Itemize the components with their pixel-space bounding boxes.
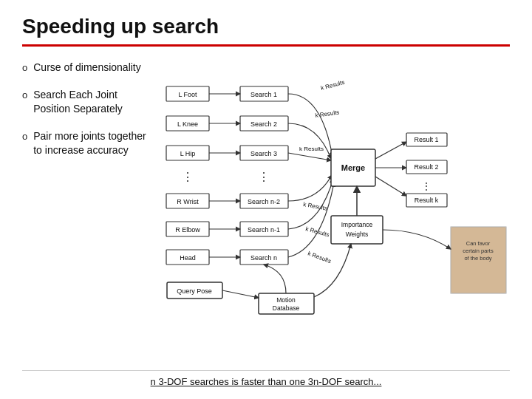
bullet-text-3: Pair more joints together to increase ac… bbox=[33, 129, 155, 157]
svg-text:Search n-2: Search n-2 bbox=[248, 198, 280, 205]
svg-text:Result 2: Result 2 bbox=[414, 163, 438, 171]
bullet-text-1: Curse of dimensionality bbox=[33, 61, 141, 75]
svg-text:Search 2: Search 2 bbox=[250, 120, 277, 128]
svg-text:Query Pose: Query Pose bbox=[177, 287, 212, 295]
bullet-icon-1: o bbox=[22, 62, 27, 73]
svg-text:Search n-1: Search n-1 bbox=[248, 226, 280, 233]
svg-text:Merge: Merge bbox=[341, 163, 365, 172]
page-title: Speeding up search bbox=[22, 15, 219, 38]
svg-text:k Results: k Results bbox=[315, 109, 340, 118]
svg-line-46 bbox=[375, 142, 406, 159]
svg-text:Result 1: Result 1 bbox=[414, 136, 438, 143]
bullet-item-3: o Pair more joints together to increase … bbox=[22, 129, 155, 157]
svg-text:Search 1: Search 1 bbox=[250, 91, 277, 98]
content-area: o Curse of dimensionality o Search Each … bbox=[22, 57, 510, 366]
svg-text:L Knee: L Knee bbox=[177, 120, 198, 128]
svg-text:Motion: Motion bbox=[276, 296, 296, 304]
svg-text:Search 3: Search 3 bbox=[250, 150, 277, 157]
svg-text:k Results: k Results bbox=[299, 146, 324, 152]
svg-text:k Results: k Results bbox=[320, 79, 345, 92]
bullet-text-2: Search Each Joint Position Separately bbox=[33, 88, 155, 116]
svg-text:Importance: Importance bbox=[341, 221, 373, 228]
bullet-list: o Curse of dimensionality o Search Each … bbox=[22, 57, 155, 366]
svg-text:of the body: of the body bbox=[464, 255, 491, 262]
bullet-item-2: o Search Each Joint Position Separately bbox=[22, 88, 155, 116]
svg-text:L Foot: L Foot bbox=[178, 91, 197, 98]
svg-text:⋮: ⋮ bbox=[182, 171, 194, 183]
bullet-icon-3: o bbox=[22, 131, 27, 142]
footer-area: n 3-DOF searches is faster than one 3n-D… bbox=[22, 370, 510, 388]
diagram-svg: Can favor certain parts of the body L Fo… bbox=[163, 79, 510, 345]
svg-text:Database: Database bbox=[273, 304, 300, 312]
svg-text:R Wrist: R Wrist bbox=[177, 198, 199, 205]
svg-text:Result k: Result k bbox=[415, 197, 439, 204]
svg-text:R Elbow: R Elbow bbox=[175, 226, 200, 233]
svg-text:k Results: k Results bbox=[307, 250, 332, 265]
svg-text:Weights: Weights bbox=[346, 231, 369, 238]
svg-rect-56 bbox=[331, 216, 383, 244]
svg-text:⋮: ⋮ bbox=[421, 180, 432, 192]
svg-text:certain parts: certain parts bbox=[463, 248, 494, 254]
svg-text:L Hip: L Hip bbox=[180, 150, 196, 157]
svg-line-39 bbox=[288, 153, 331, 160]
svg-text:⋮: ⋮ bbox=[258, 171, 270, 183]
svg-text:Search n: Search n bbox=[250, 254, 277, 262]
svg-text:Head: Head bbox=[180, 254, 196, 262]
title-area: Speeding up search bbox=[22, 15, 510, 47]
svg-line-48 bbox=[375, 177, 406, 196]
slide: Speeding up search o Curse of dimensiona… bbox=[0, 0, 532, 399]
footer-text: n 3-DOF searches is faster than one 3n-D… bbox=[151, 376, 382, 387]
svg-text:Can favor: Can favor bbox=[466, 240, 491, 247]
diagram-area: Can favor certain parts of the body L Fo… bbox=[163, 57, 510, 366]
bullet-icon-2: o bbox=[22, 89, 27, 100]
bullet-item-1: o Curse of dimensionality bbox=[22, 61, 155, 75]
svg-line-65 bbox=[222, 290, 259, 298]
